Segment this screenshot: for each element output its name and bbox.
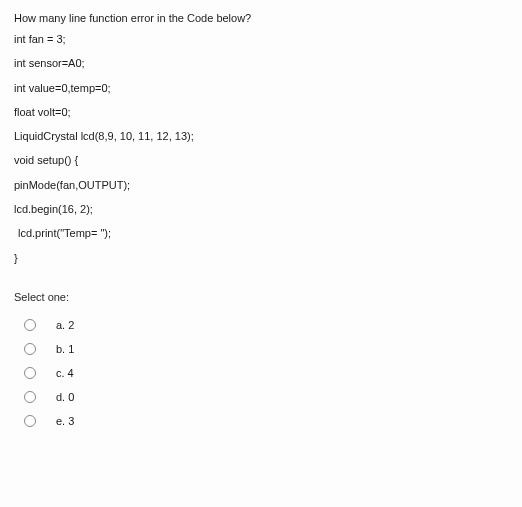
option-b[interactable]: b. 1 bbox=[14, 337, 508, 361]
option-a[interactable]: a. 2 bbox=[14, 313, 508, 337]
options-group: a. 2 b. 1 c. 4 d. 0 e. 3 bbox=[14, 313, 508, 433]
code-line: pinMode(fan,OUTPUT); bbox=[14, 178, 508, 192]
radio-icon[interactable] bbox=[24, 367, 36, 379]
option-c[interactable]: c. 4 bbox=[14, 361, 508, 385]
option-label: e. 3 bbox=[56, 415, 74, 427]
radio-icon[interactable] bbox=[24, 415, 36, 427]
code-line: LiquidCrystal lcd(8,9, 10, 11, 12, 13); bbox=[14, 129, 508, 143]
code-line: int fan = 3; bbox=[14, 32, 508, 46]
code-line: void setup() { bbox=[14, 153, 508, 167]
code-line: lcd.print("Temp= "); bbox=[14, 226, 508, 240]
radio-icon[interactable] bbox=[24, 319, 36, 331]
radio-icon[interactable] bbox=[24, 343, 36, 355]
code-line: int sensor=A0; bbox=[14, 56, 508, 70]
radio-icon[interactable] bbox=[24, 391, 36, 403]
code-line: float volt=0; bbox=[14, 105, 508, 119]
select-one-label: Select one: bbox=[14, 291, 508, 303]
option-label: b. 1 bbox=[56, 343, 74, 355]
code-line: int value=0,temp=0; bbox=[14, 81, 508, 95]
question-text: How many line function error in the Code… bbox=[14, 12, 508, 24]
option-label: d. 0 bbox=[56, 391, 74, 403]
option-label: a. 2 bbox=[56, 319, 74, 331]
option-e[interactable]: e. 3 bbox=[14, 409, 508, 433]
code-line: } bbox=[14, 251, 508, 265]
code-line: lcd.begin(16, 2); bbox=[14, 202, 508, 216]
option-d[interactable]: d. 0 bbox=[14, 385, 508, 409]
option-label: c. 4 bbox=[56, 367, 74, 379]
